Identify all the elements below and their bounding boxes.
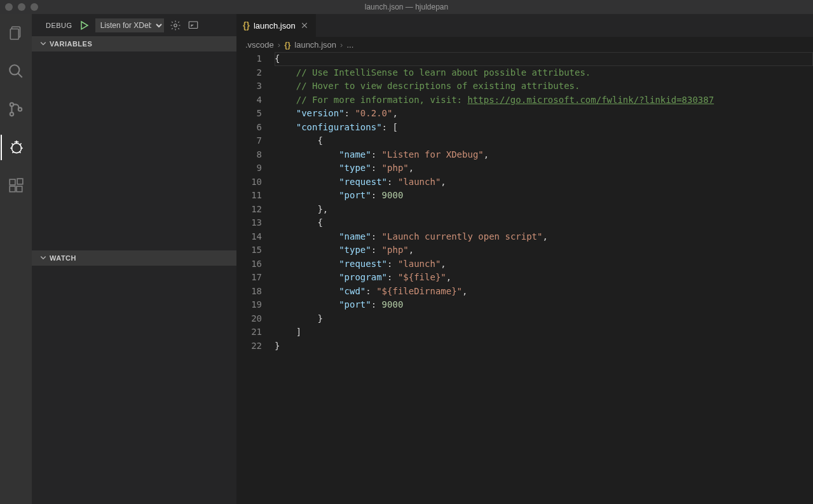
svg-rect-18	[17, 186, 22, 192]
chevron-down-icon	[39, 254, 47, 262]
extensions-icon[interactable]	[1, 173, 31, 198]
svg-line-3	[18, 73, 22, 78]
line-number: 1	[236, 52, 262, 66]
code-line[interactable]: "configurations": [	[275, 121, 813, 135]
close-icon[interactable]	[299, 20, 310, 31]
code-line[interactable]: "request": "launch",	[275, 257, 813, 271]
line-number: 18	[236, 285, 262, 299]
line-number: 11	[236, 189, 262, 203]
code-line[interactable]: "name": "Launch currently open script",	[275, 230, 813, 244]
search-icon[interactable]	[1, 58, 31, 84]
breadcrumb-folder[interactable]: .vscode	[245, 40, 274, 50]
line-number: 2	[236, 66, 262, 80]
json-icon: {}	[243, 20, 250, 31]
variables-panel-body	[32, 51, 236, 250]
line-number: 12	[236, 203, 262, 217]
maximize-window-icon[interactable]	[31, 3, 38, 11]
line-number: 4	[236, 93, 262, 107]
svg-marker-20	[81, 22, 88, 29]
code-line[interactable]: "port": 9000	[275, 189, 813, 203]
close-window-icon[interactable]	[5, 3, 13, 11]
window-title: launch.json — hjuldepan	[365, 3, 448, 11]
code-editor[interactable]: 12345678910111213141516171819202122 { //…	[236, 52, 813, 504]
code-line[interactable]: "type": "php",	[275, 243, 813, 257]
code-line[interactable]: // Hover to view descriptions of existin…	[275, 79, 813, 93]
minimize-window-icon[interactable]	[18, 3, 25, 11]
line-number: 17	[236, 271, 262, 285]
activity-bar	[0, 14, 32, 504]
svg-line-9	[11, 144, 13, 146]
breadcrumb-more[interactable]: ...	[346, 40, 353, 50]
line-number: 19	[236, 298, 262, 312]
svg-point-2	[10, 65, 19, 74]
line-number: 20	[236, 312, 262, 326]
code-line[interactable]: "name": "Listen for XDebug",	[275, 148, 813, 162]
line-number: 14	[236, 230, 262, 244]
code-line[interactable]: }	[275, 312, 813, 326]
line-number-gutter: 12345678910111213141516171819202122	[236, 52, 275, 504]
debug-label: DEBUG	[46, 22, 72, 29]
debug-config-select[interactable]: Listen for XDebug	[95, 18, 164, 32]
explorer-icon[interactable]	[1, 20, 31, 46]
start-debugging-button[interactable]	[78, 19, 90, 32]
chevron-right-icon: ›	[278, 40, 280, 50]
code-line[interactable]: "request": "launch",	[275, 175, 813, 189]
line-number: 3	[236, 79, 262, 93]
code-line[interactable]: {	[275, 52, 813, 66]
tab-launch-json[interactable]: {} launch.json	[236, 14, 317, 37]
code-line[interactable]: {	[275, 216, 813, 230]
code-line[interactable]: "cwd": "${fileDirname}",	[275, 285, 813, 299]
line-number: 15	[236, 243, 262, 257]
watch-label: WATCH	[50, 254, 76, 262]
svg-rect-1	[10, 29, 18, 39]
code-line[interactable]: // Use IntelliSense to learn about possi…	[275, 66, 813, 80]
chevron-down-icon	[39, 39, 47, 48]
svg-rect-17	[10, 186, 15, 192]
editor-area: {} launch.json .vscode › {} launch.json …	[236, 14, 813, 504]
code-line[interactable]: "port": 9000	[275, 298, 813, 312]
json-icon: {}	[284, 40, 290, 50]
debug-toolbar: DEBUG Listen for XDebug	[32, 14, 236, 36]
svg-rect-16	[10, 179, 15, 185]
debug-console-icon[interactable]	[187, 19, 200, 32]
svg-point-6	[18, 107, 22, 111]
debug-icon[interactable]	[1, 135, 31, 160]
watch-panel-header[interactable]: WATCH	[32, 250, 236, 266]
debug-sidebar: DEBUG Listen for XDebug VARIABLES	[32, 14, 236, 504]
line-number: 21	[236, 325, 262, 339]
code-line[interactable]: ]	[275, 325, 813, 339]
editor-tabs: {} launch.json	[236, 14, 813, 37]
code-content[interactable]: { // Use IntelliSense to learn about pos…	[275, 52, 813, 504]
window-controls	[5, 3, 38, 11]
watch-panel-body	[32, 266, 236, 504]
variables-panel-header[interactable]: VARIABLES	[32, 36, 236, 51]
source-control-icon[interactable]	[1, 97, 31, 122]
chevron-right-icon: ›	[340, 40, 343, 50]
code-line[interactable]: // For more information, visit: https://…	[275, 93, 813, 107]
line-number: 9	[236, 161, 262, 175]
breadcrumbs[interactable]: .vscode › {} launch.json › ...	[236, 37, 813, 52]
code-line[interactable]: "version": "0.2.0",	[275, 107, 813, 121]
line-number: 7	[236, 134, 262, 148]
code-line[interactable]: },	[275, 203, 813, 217]
code-line[interactable]: {	[275, 134, 813, 148]
line-number: 13	[236, 216, 262, 230]
code-line[interactable]: "type": "php",	[275, 161, 813, 175]
line-number: 16	[236, 257, 262, 271]
svg-point-4	[10, 103, 13, 106]
svg-line-10	[20, 144, 22, 146]
tab-title: launch.json	[254, 21, 296, 31]
line-number: 8	[236, 148, 262, 162]
svg-line-13	[13, 152, 14, 153]
variables-label: VARIABLES	[50, 40, 92, 48]
gear-icon[interactable]	[169, 19, 182, 32]
svg-point-5	[10, 112, 13, 116]
line-number: 6	[236, 121, 262, 135]
code-line[interactable]: }	[275, 339, 813, 353]
titlebar: launch.json — hjuldepan	[0, 0, 813, 14]
line-number: 22	[236, 339, 262, 353]
svg-point-21	[174, 24, 177, 27]
svg-rect-19	[17, 179, 23, 184]
code-line[interactable]: "program": "${file}",	[275, 271, 813, 285]
breadcrumb-file[interactable]: launch.json	[294, 40, 336, 50]
